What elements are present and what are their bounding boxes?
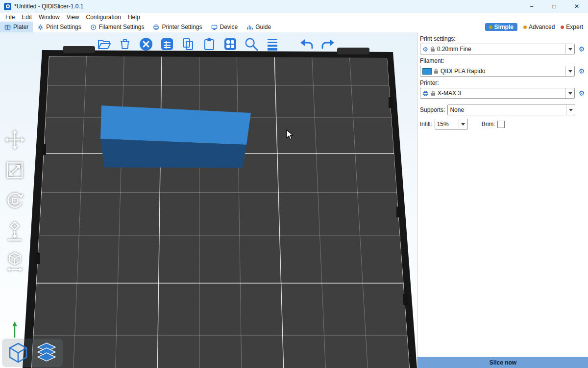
lock-icon	[434, 68, 439, 74]
brim-checkbox[interactable]	[497, 121, 505, 128]
dropdown-arrow-icon[interactable]	[565, 88, 574, 98]
dropdown-arrow-icon[interactable]	[565, 44, 574, 54]
infill-label: Infill:	[420, 121, 432, 128]
print-bed[interactable]	[0, 32, 417, 368]
device-icon	[211, 24, 218, 30]
close-button[interactable]: ✕	[565, 0, 588, 13]
bed-notch	[35, 253, 40, 264]
maximize-button[interactable]: □	[543, 0, 565, 13]
delete-button[interactable]	[117, 36, 133, 52]
brim-label: Brim:	[482, 121, 495, 128]
bed-notch	[396, 207, 401, 217]
tab-label: Device	[220, 24, 238, 30]
dropdown-arrow-icon[interactable]	[566, 105, 575, 115]
plater-toolbar	[96, 35, 336, 53]
tab-print-settings[interactable]: Print Settings	[33, 22, 85, 32]
mode-expert[interactable]: Expert	[561, 24, 583, 30]
settings-panel: Print settings: 0.20mm Fine Filament: QI…	[417, 32, 588, 368]
guide-icon	[246, 24, 253, 30]
expert-mode-dot-icon	[561, 26, 564, 29]
paste-button[interactable]	[201, 36, 217, 52]
profile-gear-icon	[422, 46, 428, 53]
filament-combo[interactable]: QIDI PLA Rapido	[420, 66, 575, 77]
tab-label: Plater	[13, 24, 28, 30]
filament-settings-icon	[90, 24, 97, 30]
search-button[interactable]	[244, 36, 259, 52]
tab-printer-settings[interactable]: Printer Settings	[148, 22, 206, 32]
bed-notch	[403, 294, 408, 305]
tab-label: Printer Settings	[162, 24, 202, 30]
variable-layer-height-button[interactable]	[265, 36, 280, 52]
advanced-mode-dot-icon	[523, 26, 527, 29]
tab-label: Guide	[255, 24, 271, 30]
menu-window[interactable]: Window	[35, 14, 63, 21]
arrange-button[interactable]	[159, 36, 175, 52]
tab-plater[interactable]: Plater	[0, 22, 33, 32]
titlebar: *Untitled - QIDISlicer-1.0.1 – □ ✕	[0, 0, 588, 13]
measure-tool-icon[interactable]	[3, 250, 26, 273]
scale-tool-icon[interactable]	[3, 159, 26, 182]
rotate-tool-icon[interactable]	[3, 189, 26, 212]
printer-settings-icon	[153, 24, 159, 30]
dropdown-arrow-icon[interactable]	[565, 66, 574, 76]
filament-color-swatch	[422, 68, 432, 75]
window-title: *Untitled - QIDISlicer-1.0.1	[14, 3, 83, 10]
model-object[interactable]	[100, 105, 251, 168]
tab-label: Print Settings	[46, 24, 81, 30]
axis-arrow-icon	[12, 321, 17, 338]
bed-clip-left	[63, 46, 95, 53]
filament-label: Filament:	[420, 57, 588, 64]
minimize-button[interactable]: –	[520, 0, 543, 13]
simple-mode-dot-icon	[489, 26, 492, 29]
copy-button[interactable]	[180, 36, 196, 52]
redo-button[interactable]	[320, 36, 336, 52]
lock-icon	[431, 90, 436, 96]
filament-gear-button[interactable]	[577, 67, 586, 75]
menubar: File Edit Window View Configuration Help	[0, 13, 588, 22]
menu-configuration[interactable]: Configuration	[83, 14, 124, 21]
plater-icon	[4, 24, 11, 30]
gizmo-toolbar	[3, 129, 26, 273]
print-settings-gear-button[interactable]	[577, 45, 586, 53]
place-on-face-tool-icon[interactable]	[3, 220, 26, 242]
mode-simple[interactable]: Simple	[485, 23, 517, 31]
viewport-3d[interactable]	[0, 32, 417, 368]
printer-combo[interactable]: X-MAX 3	[420, 88, 575, 99]
print-settings-icon	[37, 24, 44, 30]
menu-help[interactable]: Help	[124, 14, 144, 21]
tab-filament-settings[interactable]: Filament Settings	[86, 22, 149, 32]
move-tool-icon[interactable]	[3, 129, 26, 151]
open-button[interactable]	[96, 36, 112, 52]
bed-notch	[41, 144, 46, 155]
bed-plate	[31, 56, 410, 368]
window-controls: – □ ✕	[520, 0, 588, 13]
tab-label: Filament Settings	[99, 24, 145, 30]
bed-clip-right	[337, 48, 369, 54]
bed-notch	[389, 97, 393, 108]
supports-label: Supports:	[420, 106, 445, 113]
tab-guide[interactable]: Guide	[242, 22, 275, 32]
print-settings-combo[interactable]: 0.20mm Fine	[420, 44, 575, 54]
printer-icon	[422, 90, 429, 97]
menu-file[interactable]: File	[2, 14, 18, 21]
tab-device[interactable]: Device	[207, 22, 243, 32]
split-to-objects-button[interactable]	[222, 36, 238, 52]
editor-view-button[interactable]	[5, 340, 31, 366]
slice-now-button[interactable]: Slice now	[417, 357, 588, 368]
view-mode-toolbar	[2, 339, 63, 367]
print-settings-label: Print settings:	[420, 35, 588, 42]
printer-label: Printer:	[420, 79, 588, 86]
dropdown-arrow-icon[interactable]	[459, 119, 467, 129]
menu-view[interactable]: View	[63, 14, 83, 21]
printer-gear-button[interactable]	[577, 89, 586, 97]
delete-all-button[interactable]	[138, 36, 154, 52]
undo-button[interactable]	[299, 36, 315, 52]
tabbar: Plater Print Settings Filament Settings …	[0, 22, 588, 33]
preview-view-button[interactable]	[33, 340, 60, 366]
supports-combo[interactable]: None	[447, 105, 575, 115]
infill-combo[interactable]: 15%	[435, 119, 468, 130]
lock-icon	[430, 46, 435, 52]
mode-advanced[interactable]: Advanced	[523, 24, 555, 30]
menu-edit[interactable]: Edit	[18, 14, 35, 21]
mode-switcher: Simple Advanced Expert	[485, 22, 588, 32]
